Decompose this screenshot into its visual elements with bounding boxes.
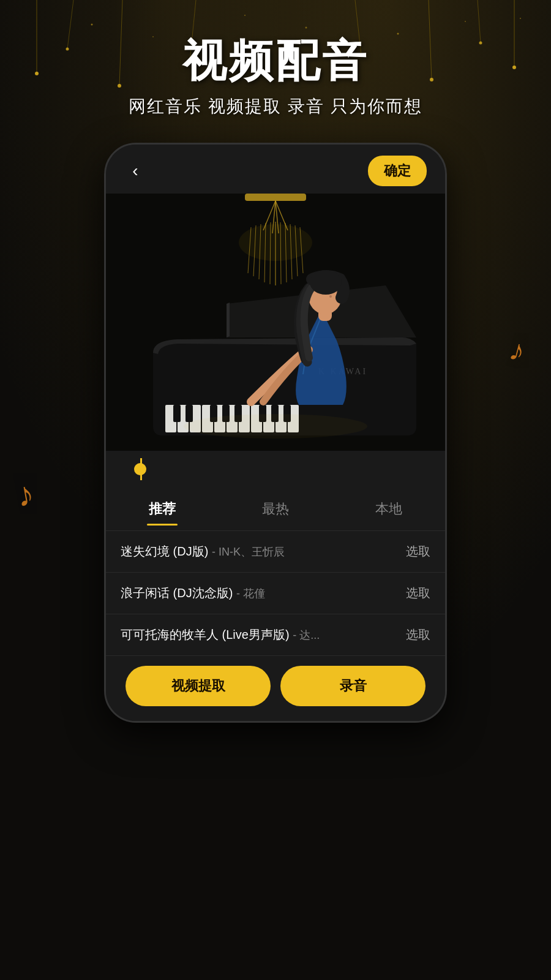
select-button-2[interactable]: 选取 <box>406 627 430 643</box>
music-title-2: 可可托海的牧羊人 (Live男声版) - 达... <box>121 628 320 641</box>
music-list: 迷失幻境 (DJ版) - IN-K、王忻辰 选取 浪子闲话 (DJ沈念版) - … <box>106 531 445 656</box>
svg-point-67 <box>184 414 367 439</box>
music-artist-2: - 达... <box>293 629 320 641</box>
music-tabs: 推荐 最热 本地 <box>106 488 445 531</box>
tab-hot[interactable]: 最热 <box>219 492 332 526</box>
video-player[interactable]: K KAWAI <box>106 194 445 451</box>
music-item-0[interactable]: 迷失幻境 (DJ版) - IN-K、王忻辰 选取 <box>106 531 445 573</box>
svg-rect-54 <box>173 405 181 422</box>
music-artist-0: - IN-K、王忻辰 <box>212 546 285 558</box>
confirm-button[interactable]: 确定 <box>368 156 427 186</box>
back-button[interactable]: ‹ <box>124 160 146 182</box>
music-item-2[interactable]: 可可托海的牧羊人 (Live男声版) - 达... 选取 <box>106 614 445 656</box>
svg-rect-26 <box>245 194 306 201</box>
music-artist-1: - 花僮 <box>236 587 265 600</box>
select-button-1[interactable]: 选取 <box>406 585 430 601</box>
music-info-1: 浪子闲话 (DJ沈念版) - 花僮 <box>121 585 406 601</box>
phone-top-bar: ‹ 确定 <box>106 145 445 194</box>
subtitle: 网红音乐 视频提取 录音 只为你而想 <box>0 95 551 118</box>
music-item-1[interactable]: 浪子闲话 (DJ沈念版) - 花僮 选取 <box>106 573 445 614</box>
svg-rect-55 <box>186 405 193 422</box>
music-title-0: 迷失幻境 (DJ版) - IN-K、王忻辰 <box>121 545 285 558</box>
extract-button[interactable]: 视频提取 <box>126 666 271 706</box>
tab-recommend[interactable]: 推荐 <box>106 492 219 526</box>
music-info-0: 迷失幻境 (DJ版) - IN-K、王忻辰 <box>121 543 406 560</box>
bottom-toolbar: 视频提取 录音 <box>106 656 445 721</box>
video-frame: K KAWAI <box>106 194 445 451</box>
timeline-handle[interactable] <box>134 463 146 475</box>
header: 视频配音 网红音乐 视频提取 录音 只为你而想 <box>0 0 551 137</box>
phone-mockup-wrapper: ‹ 确定 <box>0 143 551 723</box>
svg-point-66 <box>329 295 332 298</box>
main-title: 视频配音 <box>0 37 551 85</box>
record-button[interactable]: 录音 <box>280 666 425 706</box>
svg-point-65 <box>310 270 342 295</box>
svg-point-42 <box>239 224 312 261</box>
music-info-2: 可可托海的牧羊人 (Live男声版) - 达... <box>121 627 406 643</box>
select-button-0[interactable]: 选取 <box>406 543 430 560</box>
music-title-1: 浪子闲话 (DJ沈念版) - 花僮 <box>121 586 265 600</box>
phone-mockup: ‹ 确定 <box>104 143 447 723</box>
timeline-bar[interactable] <box>106 451 445 488</box>
tab-local[interactable]: 本地 <box>332 492 445 526</box>
